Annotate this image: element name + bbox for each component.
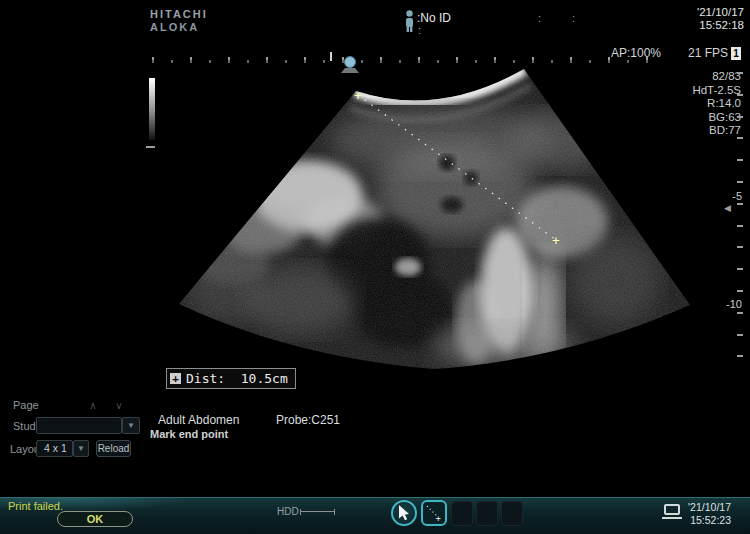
- page-down-button[interactable]: ∨: [110, 399, 128, 412]
- depth-ruler-ticks: [737, 72, 743, 360]
- b-dynamic-range: BD:77: [692, 124, 741, 138]
- chevron-down-icon: ▼: [77, 444, 85, 453]
- top-ruler-minor-ticks: [152, 60, 659, 63]
- depth-range: R:14.0: [692, 97, 741, 111]
- header-date: '21/10/17: [697, 6, 744, 19]
- header-field-colon-2: :: [572, 12, 575, 24]
- patient-icon: [404, 10, 415, 32]
- layout-select[interactable]: 4 x 1: [36, 440, 73, 457]
- status-message: Print failed.: [8, 500, 63, 512]
- depth-label-5cm: -5: [708, 190, 742, 202]
- probe-name: Probe:C251: [276, 413, 340, 427]
- hdd-usage-bar: [300, 509, 335, 515]
- probe-mode: HdT-2.5S: [692, 84, 741, 98]
- header-time: 15:52:18: [697, 19, 744, 32]
- depth-label-10cm: -10: [704, 298, 742, 310]
- frame-rate-index-badge: 1: [731, 47, 741, 60]
- reload-button[interactable]: Reload: [96, 440, 131, 457]
- workstation-icon-base: [662, 517, 682, 519]
- svg-text:+: +: [436, 513, 442, 523]
- empty-tool-slot: [451, 501, 473, 526]
- empty-tool-slot: [476, 501, 498, 526]
- measure-start-marker: +: [354, 88, 362, 103]
- patient-id: :No ID: [417, 11, 451, 25]
- chevron-down-icon: ▼: [127, 421, 135, 430]
- measure-instruction: Mark end point: [150, 428, 228, 440]
- cine-frame-counter: 82/83: [692, 70, 741, 84]
- workstation-icon: [664, 504, 680, 515]
- statusbar-time: 15:52:23: [688, 514, 731, 527]
- status-bar: Print failed. OK HDD + '21/10/17 15:52:2…: [0, 497, 750, 534]
- empty-tool-slot: [501, 501, 523, 526]
- page-label: Page: [13, 399, 39, 411]
- active-caliper-icon: +: [170, 373, 181, 384]
- b-mode-fan: [140, 40, 710, 390]
- b-gain: BG:63: [692, 111, 741, 125]
- patient-id-colon: :: [418, 24, 421, 36]
- focus-marker-icon: ◀: [724, 203, 731, 213]
- measure-tool-button[interactable]: +: [421, 500, 447, 526]
- grayscale-bar-tick: [146, 146, 155, 148]
- measure-end-marker: +: [552, 233, 560, 248]
- layout-dropdown-button[interactable]: ▼: [73, 440, 89, 457]
- frame-rate: 21 FPS 1: [688, 46, 741, 60]
- study-dropdown-button[interactable]: ▼: [122, 417, 140, 434]
- top-ruler-center-mark: [330, 52, 332, 61]
- hdd-label: HDD: [277, 506, 299, 517]
- header-datetime: '21/10/17 15:52:18: [697, 6, 744, 32]
- ultrasound-screen: + + HITACHI ALOKA :No ID : : : '21/10/17…: [0, 0, 750, 534]
- header-field-colon-1: :: [538, 12, 541, 24]
- caliper-tool-icon: +: [423, 502, 445, 524]
- page-up-button[interactable]: ∧: [84, 399, 102, 412]
- statusbar-date: '21/10/17: [688, 501, 731, 514]
- exam-preset: Adult Abdomen: [158, 413, 239, 427]
- brand-line2: ALOKA: [150, 21, 208, 34]
- frame-rate-label: 21 FPS: [688, 46, 728, 60]
- distance-measurement-label: + Dist: 10.5cm: [166, 368, 296, 389]
- brand-line1: HITACHI: [150, 8, 208, 21]
- cursor-arrow-icon: [398, 505, 410, 521]
- brand-logo: HITACHI ALOKA: [150, 8, 208, 34]
- study-select-input[interactable]: [36, 417, 122, 434]
- distance-value: Dist: 10.5cm: [186, 371, 288, 386]
- grayscale-bar: [149, 78, 155, 140]
- statusbar-datetime: '21/10/17 15:52:23: [688, 501, 731, 527]
- pointer-tool-button[interactable]: [391, 500, 417, 526]
- ok-button[interactable]: OK: [57, 511, 133, 527]
- imaging-parameters: 82/83 HdT-2.5S R:14.0 BG:63 BD:77: [692, 70, 741, 138]
